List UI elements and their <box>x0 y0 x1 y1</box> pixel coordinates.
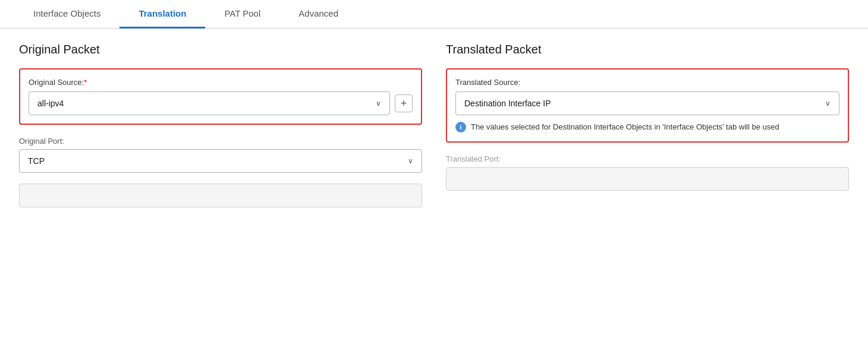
tab-translation[interactable]: Translation <box>119 0 205 29</box>
translated-source-select[interactable]: Destination Interface IP ∨ <box>455 91 839 115</box>
original-packet-panel: Original Packet Original Source:* all-ip… <box>19 43 422 207</box>
original-port-group: Original Port: TCP ∨ <box>19 137 422 173</box>
original-extra-field[interactable] <box>19 184 422 207</box>
info-row: i The values selected for Destination In… <box>455 121 839 133</box>
translated-port-group: Translated Port: <box>446 154 849 191</box>
original-packet-title: Original Packet <box>19 43 422 56</box>
chevron-down-icon: ∨ <box>376 99 381 108</box>
translated-packet-title: Translated Packet <box>446 43 849 56</box>
translated-source-value: Destination Interface IP <box>464 99 551 108</box>
info-message: The values selected for Destination Inte… <box>471 121 779 133</box>
original-port-value: TCP <box>28 156 45 166</box>
tab-advanced[interactable]: Advanced <box>279 0 357 29</box>
main-content: Original Packet Original Source:* all-ip… <box>0 29 868 222</box>
translated-source-label: Translated Source: <box>455 78 839 87</box>
translated-port-label: Translated Port: <box>446 154 849 163</box>
translated-packet-panel: Translated Packet Translated Source: Des… <box>446 43 849 207</box>
add-source-button[interactable]: + <box>395 94 413 112</box>
original-source-select[interactable]: all-ipv4 ∨ <box>29 91 390 115</box>
plus-icon: + <box>401 97 407 110</box>
original-port-label: Original Port: <box>19 137 422 146</box>
original-port-select[interactable]: TCP ∨ <box>19 149 422 173</box>
translated-port-field[interactable] <box>446 167 849 191</box>
original-source-value: all-ipv4 <box>37 99 64 108</box>
required-marker: * <box>84 78 87 87</box>
tab-pat-pool[interactable]: PAT Pool <box>205 0 279 29</box>
original-source-label: Original Source:* <box>29 78 413 87</box>
original-source-section: Original Source:* all-ipv4 ∨ + <box>19 68 422 125</box>
translated-source-section: Translated Source: Destination Interface… <box>446 68 849 143</box>
tab-interface-objects[interactable]: Interface Objects <box>14 0 119 29</box>
chevron-down-icon: ∨ <box>825 99 831 108</box>
info-icon: i <box>455 122 466 132</box>
tab-bar: Interface Objects Translation PAT Pool A… <box>0 0 868 29</box>
original-source-select-wrapper: all-ipv4 ∨ + <box>29 91 413 115</box>
chevron-down-icon: ∨ <box>408 157 413 165</box>
